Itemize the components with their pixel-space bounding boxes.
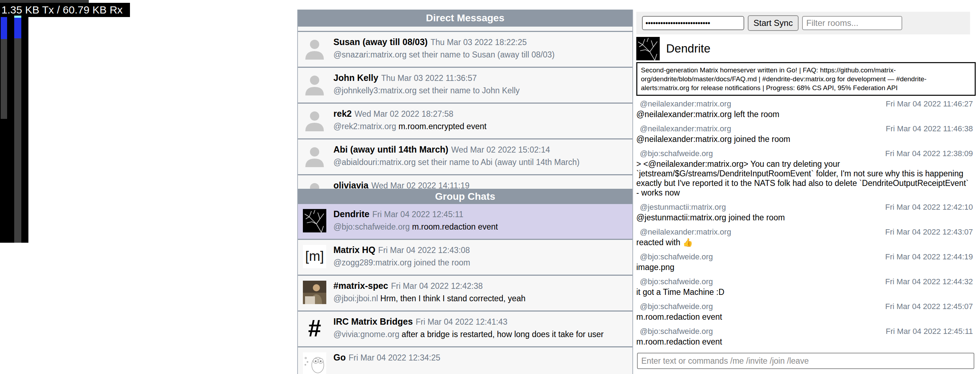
event-header: @jestunmactii:matrix.orgFri Mar 04 2022 … xyxy=(636,203,977,212)
room-preview-text: Hrm, then I think I stand corrected, yea… xyxy=(380,294,525,303)
room-preview: @abialdouri:matrix.org set their name to… xyxy=(333,158,629,167)
event-header: @bjo:schafweide.orgFri Mar 04 2022 12:45… xyxy=(636,302,977,311)
group-section-header: Group Chats xyxy=(298,189,632,204)
room-entry[interactable]: [m]Matrix HQFri Mar 04 2022 12:43:08@zog… xyxy=(298,240,632,276)
room-entry[interactable]: GoFri Mar 04 2022 12:34:25 xyxy=(298,347,632,374)
event-header: @bjo:schafweide.orgFri Mar 04 2022 12:44… xyxy=(636,277,977,286)
room-title-line: rek2Wed Mar 02 2022 18:27:58 xyxy=(333,109,629,119)
app-root: 1.35 KB Tx / 60.79 KB Rx Direct Messages… xyxy=(0,0,980,374)
room-name: Matrix HQ xyxy=(333,245,375,255)
room-entry[interactable]: DendriteFri Mar 04 2022 12:45:11@bjo:sch… xyxy=(298,204,632,240)
room-timestamp: Fri Mar 04 2022 12:45:11 xyxy=(372,210,463,219)
room-timestamp: Wed Mar 02 2022 15:02:14 xyxy=(451,145,550,154)
dendrite-avatar xyxy=(636,37,660,60)
chat-panel: Start Sync Dendrite Second-generation Ma… xyxy=(636,10,977,374)
room-topic: Second-generation Matrix homeserver writ… xyxy=(636,62,976,96)
dendrite-avatar xyxy=(303,209,326,232)
event-timestamp: Fri Mar 04 2022 12:44:19 xyxy=(885,252,973,261)
group-room-list: DendriteFri Mar 04 2022 12:45:11@bjo:sch… xyxy=(298,204,632,374)
event-item: @bjo:schafweide.orgFri Mar 04 2022 12:44… xyxy=(636,252,977,272)
filter-rooms-input[interactable] xyxy=(802,16,902,30)
event-body: image.png xyxy=(636,263,977,272)
event-timeline: @neilalexander:matrix.orgFri Mar 04 2022… xyxy=(636,99,977,347)
room-preview-sender: @rek2:matrix.org xyxy=(333,122,396,131)
room-entry[interactable]: John KellyThu Mar 03 2022 11:36:57@johnk… xyxy=(298,68,632,104)
event-sender: @neilalexander:matrix.org xyxy=(640,227,731,237)
room-preview-sender: @zogg289:matrix.org xyxy=(333,258,412,267)
room-preview: @vivia:gnome.org after a bridge is resta… xyxy=(333,330,629,339)
event-item: @neilalexander:matrix.orgFri Mar 04 2022… xyxy=(636,124,977,144)
room-title-line: Matrix HQFri Mar 04 2022 12:43:08 xyxy=(333,245,629,255)
event-header: @neilalexander:matrix.orgFri Mar 04 2022… xyxy=(636,124,977,133)
room-entry[interactable]: #matrix-specFri Mar 04 2022 12:42:38@jbo… xyxy=(298,276,632,312)
event-sender: @bjo:schafweide.org xyxy=(640,252,713,261)
network-graph xyxy=(0,16,29,243)
password-input[interactable] xyxy=(642,16,744,30)
room-timestamp: Fri Mar 04 2022 12:34:25 xyxy=(349,353,440,362)
network-stats: 1.35 KB Tx / 60.79 KB Rx xyxy=(0,3,130,17)
event-header: @bjo:schafweide.orgFri Mar 04 2022 12:45… xyxy=(636,327,977,336)
room-preview-sender: @johnkelly3:matrix.org xyxy=(333,86,417,95)
room-preview-text: set their name to Abi (away until 14th M… xyxy=(418,158,579,167)
event-item: @bjo:schafweide.orgFri Mar 04 2022 12:44… xyxy=(636,277,977,297)
dm-room-list: Susan (away till 08/03)Thu Mar 03 2022 1… xyxy=(298,32,632,204)
event-header: @neilalexander:matrix.orgFri Mar 04 2022… xyxy=(636,99,977,109)
room-name: John Kelly xyxy=(333,73,378,83)
terminal-titlebar xyxy=(0,0,89,3)
sync-toolbar: Start Sync xyxy=(636,12,970,35)
room-preview-sender: @bjo:schafweide.org xyxy=(333,222,410,231)
hash-avatar: # xyxy=(303,317,326,340)
dm-section-header: Direct Messages xyxy=(298,10,632,27)
event-timestamp: Fri Mar 04 2022 12:44:32 xyxy=(885,277,973,286)
person-avatar xyxy=(303,73,326,96)
event-body: it got a Time Machine :D xyxy=(636,287,977,297)
event-item: @bjo:schafweide.orgFri Mar 04 2022 12:45… xyxy=(636,327,977,347)
event-item: @bjo:schafweide.orgFri Mar 04 2022 12:45… xyxy=(636,302,977,322)
event-timestamp: Fri Mar 04 2022 12:43:07 xyxy=(885,227,973,237)
room-preview: @bjo:schafweide.org m.room.redaction eve… xyxy=(333,222,629,232)
event-sender: @bjo:schafweide.org xyxy=(640,327,713,336)
room-entry[interactable]: Susan (away till 08/03)Thu Mar 03 2022 1… xyxy=(298,32,632,68)
event-sender: @bjo:schafweide.org xyxy=(640,302,713,311)
event-sender: @neilalexander:matrix.org xyxy=(640,124,731,133)
room-name: Abi (away until 14th March) xyxy=(333,144,449,154)
event-body: @neilalexander:matrix.org joined the roo… xyxy=(636,135,977,144)
event-body: @jestunmactii:matrix.org joined the room xyxy=(636,213,977,222)
event-timestamp: Fri Mar 04 2022 12:38:09 xyxy=(885,149,973,158)
room-title-line: GoFri Mar 04 2022 12:34:25 xyxy=(333,352,629,363)
room-title-line: John KellyThu Mar 03 2022 11:36:57 xyxy=(333,73,629,83)
event-sender: @neilalexander:matrix.org xyxy=(640,99,731,109)
room-entry[interactable]: Abi (away until 14th March)Wed Mar 02 20… xyxy=(298,139,632,175)
room-name: Dendrite xyxy=(333,209,369,219)
room-header: Dendrite xyxy=(636,37,977,60)
room-preview: @johnkelly3:matrix.org set their name to… xyxy=(333,86,629,95)
room-preview-text: set their name to John Kelly xyxy=(419,86,520,95)
event-body: reacted with 👍 xyxy=(636,238,977,247)
event-timestamp: Fri Mar 04 2022 11:46:27 xyxy=(886,99,973,109)
room-preview-sender: @jboi:jboi.nl xyxy=(333,294,378,303)
event-body: m.room.redaction event xyxy=(636,312,977,322)
room-timestamp: Thu Mar 03 2022 11:36:57 xyxy=(381,73,477,83)
room-entry[interactable]: rek2Wed Mar 02 2022 18:27:58@rek2:matrix… xyxy=(298,104,632,139)
event-body: m.room.redaction event xyxy=(636,337,977,347)
person-avatar xyxy=(303,109,326,132)
room-entry[interactable]: #IRC Matrix BridgesFri Mar 04 2022 12:41… xyxy=(298,312,632,347)
event-sender: @bjo:schafweide.org xyxy=(640,277,713,286)
start-sync-button[interactable]: Start Sync xyxy=(748,15,799,31)
event-item: @neilalexander:matrix.orgFri Mar 04 2022… xyxy=(636,227,977,247)
gopher-avatar xyxy=(303,352,326,374)
room-name: Go xyxy=(333,352,346,362)
event-item: @bjo:schafweide.orgFri Mar 04 2022 12:38… xyxy=(636,149,977,198)
event-body: @neilalexander:matrix.org left the room xyxy=(636,109,977,119)
photo-avatar xyxy=(303,280,326,304)
room-timestamp: Wed Mar 02 2022 18:27:58 xyxy=(354,109,453,119)
network-graph-bar xyxy=(1,16,7,243)
event-item: @jestunmactii:matrix.orgFri Mar 04 2022 … xyxy=(636,203,977,222)
room-preview-text: after a bridge is restarted, how long do… xyxy=(402,330,604,339)
network-graph-bar xyxy=(14,16,21,243)
room-preview: @snazari:matrix.org set their name to Su… xyxy=(333,50,629,60)
message-composer-input[interactable] xyxy=(637,353,974,369)
room-name: rek2 xyxy=(333,109,352,119)
list-divider xyxy=(298,27,632,32)
event-timestamp: Fri Mar 04 2022 11:46:38 xyxy=(886,124,973,133)
